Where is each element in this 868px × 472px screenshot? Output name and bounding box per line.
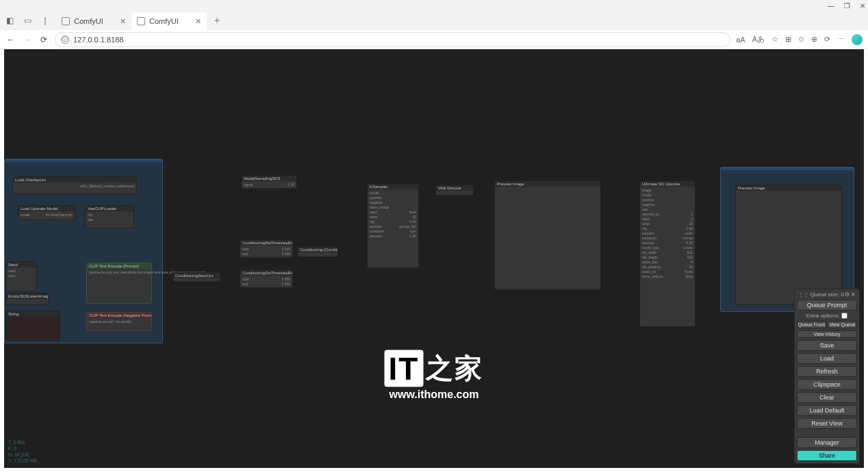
- tab-title: ComfyUI: [149, 17, 179, 25]
- node-row: model: [642, 193, 693, 197]
- node-clip_neg[interactable]: CLIP Text Encode (Negative Prompt)negati…: [86, 312, 152, 331]
- panel-close-button[interactable]: ✕: [851, 291, 856, 298]
- node-preview1[interactable]: Preview Image: [494, 181, 601, 290]
- address-field[interactable]: ⓘ 127.0.0.1:8188: [55, 32, 730, 47]
- browser-tab[interactable]: ComfyUI ✕: [131, 12, 207, 30]
- site-info-icon[interactable]: ⓘ: [61, 36, 69, 44]
- avatar[interactable]: [852, 34, 863, 45]
- node-row: samplerdpmpp_2m: [370, 224, 416, 228]
- tab-close-button[interactable]: ✕: [195, 17, 201, 26]
- refresh-workflow-button[interactable]: Refresh: [797, 366, 857, 377]
- extra-options-checkbox[interactable]: Extra options:: [797, 313, 857, 319]
- node-row: cfg5.00: [642, 226, 693, 231]
- node-row: negative prompt, low quality: [89, 319, 149, 324]
- node-vae_clip[interactable]: VaeCLIPLoaderclipvae: [85, 205, 134, 228]
- group-title: [5, 159, 162, 162]
- back-button[interactable]: ←: [5, 34, 16, 45]
- forward-button[interactable]: →: [22, 34, 33, 45]
- maximize-button[interactable]: ❐: [844, 2, 850, 10]
- node-title: EmptySD3LatentImage: [6, 293, 49, 299]
- more-icon[interactable]: ⋯: [837, 35, 845, 44]
- control-panel[interactable]: ⋮⋮ Queue size: 0 ⚙ ✕ Queue Prompt Extra …: [794, 289, 860, 464]
- view-queue-button[interactable]: View Queue: [828, 321, 857, 328]
- node-cond_range2[interactable]: ConditioningSetTimestepRangestart0.000en…: [240, 270, 293, 288]
- star-icon[interactable]: ☆: [771, 35, 778, 44]
- node-preview2[interactable]: Preview Image: [735, 185, 842, 305]
- drag-handle-icon[interactable]: ⋮⋮: [798, 291, 809, 298]
- node-cond_range1[interactable]: ConditioningSetTimestepRangestart0.000en…: [240, 239, 293, 258]
- canvas-stats: T: 0.00s F: 0 N: 18 [18] V: 710.00 MB: [8, 439, 37, 464]
- refresh-button[interactable]: ⟳: [38, 34, 49, 45]
- queue-front-button[interactable]: Queue Front: [797, 321, 826, 328]
- node-row: negative: [642, 202, 693, 207]
- translate-icon[interactable]: Aあ: [752, 34, 765, 44]
- node-title: Seed: [6, 262, 36, 267]
- manager-button[interactable]: Manager: [797, 437, 857, 448]
- node-load_ckpt[interactable]: Load CheckpointsdXL_REfine2_medium.safet…: [12, 176, 137, 194]
- node-title: KSampler: [368, 184, 418, 189]
- favorites-icon[interactable]: ✩: [798, 35, 804, 44]
- close-window-button[interactable]: ✕: [860, 2, 865, 10]
- node-vae_decode[interactable]: VAE Decode: [435, 185, 474, 196]
- node-row: positive prompt text, describing the sub…: [89, 270, 149, 274]
- node-title: ConditioningZeroOut: [173, 273, 220, 278]
- comfyui-canvas[interactable]: Load CheckpointsdXL_REfine2_medium.safet…: [4, 49, 864, 468]
- node-row: vae: [88, 218, 131, 222]
- extensions-icon[interactable]: ⊞: [785, 35, 791, 44]
- view-history-button[interactable]: View History: [797, 330, 857, 338]
- node-title: ModelSamplingSD3: [242, 176, 296, 181]
- node-title: Load Checkpoint: [13, 177, 136, 183]
- new-tab-button[interactable]: ＋: [209, 12, 225, 29]
- node-cond_zero[interactable]: ConditioningZeroOut: [173, 272, 220, 282]
- node-title: Conditioning (Combine): [298, 247, 337, 252]
- textsize-icon[interactable]: aA: [736, 36, 745, 44]
- sync-icon[interactable]: ⟳: [824, 35, 830, 44]
- node-row: samplereuler: [642, 231, 693, 235]
- node-row: force_uniformfalse: [642, 274, 693, 278]
- reset-view-button[interactable]: Reset View: [797, 418, 857, 429]
- favicon-icon: [62, 17, 70, 25]
- tabs-icon[interactable]: ▭: [21, 14, 34, 27]
- node-clip_pos[interactable]: CLIP Text Encode (Prompt)positive prompt…: [86, 263, 152, 304]
- node-row: tile_width512: [642, 250, 693, 254]
- node-row: sigma1.00: [244, 183, 294, 187]
- queue-prompt-button[interactable]: Queue Prompt: [797, 300, 857, 311]
- node-row: model4x-UltraSharp.pth: [21, 213, 73, 217]
- extra-options-input[interactable]: [841, 313, 847, 319]
- node-string_node[interactable]: String: [5, 311, 60, 341]
- node-row: start0.000: [242, 277, 290, 281]
- node-title: String: [6, 311, 60, 317]
- node-seed[interactable]: Seedseedrand: [5, 261, 37, 291]
- save-button[interactable]: Save: [797, 340, 857, 351]
- node-upscale[interactable]: Ultimate SD Upscaleimagemodelpositiveneg…: [639, 181, 695, 327]
- node-model_sampling[interactable]: ModelSamplingSD3sigma1.00: [241, 175, 297, 189]
- node-ksampler[interactable]: KSamplermodelpositivenegativelatent_imag…: [367, 183, 419, 268]
- profile-icon[interactable]: ◧: [3, 14, 16, 27]
- share-button[interactable]: Share: [797, 450, 857, 461]
- clipspace-button[interactable]: Clipspace: [797, 379, 857, 390]
- collections-icon[interactable]: ⊕: [811, 35, 817, 44]
- stat-vram: V: 710.00 MB: [8, 458, 37, 464]
- node-row: mode_typeLinear: [642, 246, 693, 250]
- node-row: vae: [642, 207, 693, 211]
- node-row: start0.000: [242, 247, 290, 251]
- node-row: seam_fixNone: [642, 270, 693, 274]
- minimize-button[interactable]: —: [828, 2, 834, 10]
- node-title: CLIP Text Encode (Prompt): [87, 263, 151, 269]
- browser-tab[interactable]: ComfyUI ✕: [56, 12, 131, 30]
- node-empty_latent[interactable]: EmptySD3LatentImage: [5, 293, 49, 305]
- node-row: seed: [8, 269, 34, 273]
- watermark-cn: 之家: [426, 350, 483, 387]
- node-row: latent_image: [370, 205, 416, 209]
- tab-close-button[interactable]: ✕: [120, 17, 126, 26]
- node-row: clip: [88, 213, 131, 217]
- node-row: denoise0.20: [642, 241, 693, 245]
- load-button[interactable]: Load: [797, 353, 857, 364]
- url-text: 127.0.0.1:8188: [73, 36, 123, 44]
- load-default-button[interactable]: Load Default: [797, 405, 857, 416]
- settings-icon[interactable]: ⚙: [845, 291, 850, 298]
- node-cond_combine[interactable]: Conditioning (Combine): [297, 246, 338, 257]
- node-title: Preview Image: [495, 181, 600, 187]
- node-load_upscale[interactable]: Load Upscale Modelmodel4x-UltraSharp.pth: [18, 205, 75, 220]
- clear-button[interactable]: Clear: [797, 392, 857, 403]
